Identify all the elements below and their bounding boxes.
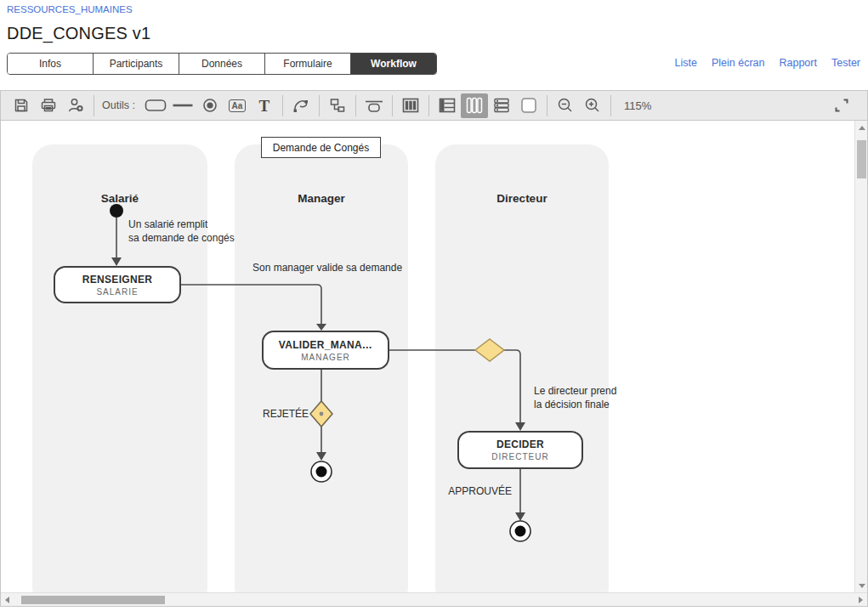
expand-button[interactable] <box>828 93 855 118</box>
workflow-editor: Outils : Aa T <box>0 90 868 607</box>
scroll-right-arrow[interactable] <box>859 597 863 603</box>
tab-donnees[interactable]: Données <box>179 54 264 74</box>
text-tool[interactable]: T <box>251 93 278 118</box>
plein-ecran-link[interactable]: Plein écran <box>712 57 765 69</box>
rejected-label: REJETÉE <box>224 408 309 420</box>
end-node-tool[interactable] <box>196 93 224 118</box>
horizontal-scrollbar[interactable] <box>1 592 867 606</box>
scroll-down-arrow[interactable] <box>859 584 865 588</box>
task-name: DECIDER <box>496 438 544 450</box>
task-name: VALIDER_MANA… <box>279 339 372 351</box>
process-title-box[interactable]: Demande de Congés <box>261 137 381 158</box>
rounded-rect-icon <box>144 96 167 115</box>
zoom-in-button[interactable] <box>579 93 606 118</box>
tester-link[interactable]: Tester <box>831 57 860 69</box>
zoom-in-icon <box>583 97 602 114</box>
zoom-out-icon <box>556 97 575 114</box>
toolbar-divider <box>392 95 393 116</box>
manager-note: Son manager valide sa demande <box>252 261 402 274</box>
canvas-area: Salarié Manager Directeur <box>1 121 867 592</box>
blank-shape-tool[interactable] <box>515 93 542 118</box>
path-edit-tool[interactable] <box>287 93 315 118</box>
editor-toolbar: Outils : Aa T <box>1 91 867 121</box>
print-icon <box>39 97 58 114</box>
toolbar-divider <box>547 95 547 116</box>
start-node <box>110 204 123 218</box>
pool-icon <box>364 97 384 114</box>
rows-table-icon <box>438 97 457 114</box>
toolbar-divider <box>428 95 429 116</box>
vertical-lanes-icon <box>464 96 485 115</box>
task-role: DIRECTEUR <box>491 452 548 461</box>
gateway-diamond <box>475 339 504 361</box>
task-decider[interactable]: DECIDER DIRECTEUR <box>457 431 583 469</box>
add-user-icon <box>66 97 85 114</box>
app-root: RESSOURCES_HUMAINES DDE_CONGES v1 Infos … <box>0 0 868 611</box>
toolbar-divider <box>355 95 356 116</box>
path-edit-icon <box>292 97 310 114</box>
task-role: SALARIE <box>96 287 138 297</box>
vertical-lanes-tool[interactable] <box>461 93 488 118</box>
diagram-canvas[interactable]: Salarié Manager Directeur <box>1 121 853 592</box>
tab-participants[interactable]: Participants <box>93 54 179 74</box>
rounded-rect-tool[interactable] <box>142 93 169 118</box>
tab-workflow[interactable]: Workflow <box>350 54 436 74</box>
toolbar-divider <box>610 95 611 116</box>
action-links: Liste Plein écran Rapport Tester <box>675 57 860 69</box>
page-title: DDE_CONGES v1 <box>7 24 150 43</box>
approved-label: APPROUVÉE <box>427 485 512 497</box>
task-name: RENSEIGNER <box>82 274 152 286</box>
connector-tool[interactable] <box>324 93 351 118</box>
rapport-link[interactable]: Rapport <box>779 57 816 69</box>
end-node-directeur <box>510 521 530 541</box>
tab-infos[interactable]: Infos <box>8 54 93 74</box>
vertical-scrollbar[interactable] <box>854 121 867 592</box>
end-node-manager <box>311 461 332 482</box>
save-icon <box>13 97 30 114</box>
tabbar: Infos Participants Données Formulaire Wo… <box>7 53 437 75</box>
save-button[interactable] <box>8 93 35 118</box>
columns-table-tool[interactable] <box>397 93 424 118</box>
tools-label: Outils : <box>102 99 135 111</box>
pool-tool[interactable] <box>360 93 388 118</box>
list-rows-tool[interactable] <box>488 93 515 118</box>
task-role: MANAGER <box>301 353 350 362</box>
columns-table-icon <box>401 97 420 114</box>
task-renseigner[interactable]: RENSEIGNER SALARIE <box>54 266 181 303</box>
start-note: Un salarié remplit sa demande de congés <box>128 218 235 245</box>
expand-icon <box>833 97 850 114</box>
line-tool[interactable] <box>169 93 196 118</box>
scroll-up-arrow[interactable] <box>859 126 865 130</box>
zoom-out-button[interactable] <box>552 93 579 118</box>
line-icon <box>171 96 195 115</box>
print-button[interactable] <box>35 93 62 118</box>
connector-icon <box>328 97 347 114</box>
add-user-button[interactable] <box>62 93 89 118</box>
toolbar-divider <box>282 95 283 116</box>
list-rows-icon <box>492 97 511 114</box>
scroll-left-arrow[interactable] <box>5 597 9 603</box>
breadcrumb[interactable]: RESSOURCES_HUMAINES <box>7 4 133 14</box>
blank-shape-icon <box>519 96 538 115</box>
diagram-edges-layer[interactable] <box>1 121 853 592</box>
rejected-gateway-diamond <box>310 401 332 427</box>
horizontal-scroll-thumb[interactable] <box>21 596 165 604</box>
task-valider-manager[interactable]: VALIDER_MANA… MANAGER <box>262 331 389 370</box>
text-icon: T <box>259 98 270 114</box>
vertical-scroll-thumb[interactable] <box>857 140 866 178</box>
toolbar-divider <box>94 95 94 116</box>
text-box-icon: Aa <box>229 99 247 112</box>
text-box-tool[interactable]: Aa <box>224 93 251 118</box>
director-note: Le directeur prend la décision finale <box>534 384 616 411</box>
rows-table-tool[interactable] <box>434 93 461 118</box>
tab-formulaire[interactable]: Formulaire <box>264 54 350 74</box>
zoom-level: 115% <box>624 99 651 112</box>
end-node-icon <box>201 97 218 114</box>
liste-link[interactable]: Liste <box>675 57 697 69</box>
toolbar-divider <box>319 95 320 116</box>
